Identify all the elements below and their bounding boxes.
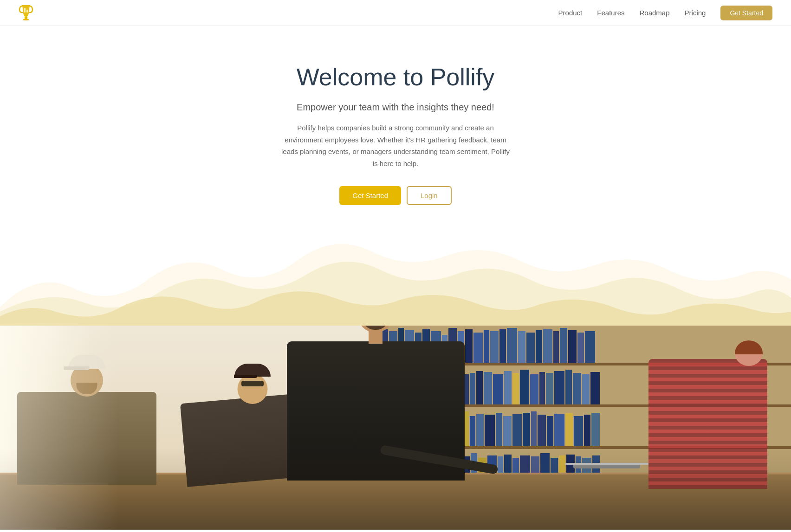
light-overlay: [0, 326, 119, 530]
svg-rect-3: [26, 10, 28, 13]
nav-features[interactable]: Features: [597, 9, 624, 17]
hero-title: Welcome to Pollify: [9, 63, 782, 91]
wave-decoration: [0, 233, 791, 326]
nav-get-started-button[interactable]: Get Started: [720, 6, 772, 20]
hero-login-button[interactable]: Login: [407, 186, 452, 205]
wave-svg: [0, 233, 791, 326]
nav-links: Product Features Roadmap Pricing Get Sta…: [558, 6, 772, 20]
team-photo: [0, 326, 791, 530]
svg-rect-1: [23, 19, 29, 20]
logo[interactable]: [19, 4, 33, 22]
hero-get-started-button[interactable]: Get Started: [339, 186, 401, 205]
nav-roadmap[interactable]: Roadmap: [640, 9, 670, 17]
nav-pricing[interactable]: Pricing: [685, 9, 706, 17]
hero-buttons: Get Started Login: [9, 186, 782, 205]
hero-section: Welcome to Pollify Empower your team wit…: [0, 26, 791, 205]
svg-rect-2: [24, 8, 26, 13]
navbar: Product Features Roadmap Pricing Get Sta…: [0, 0, 791, 26]
hero-subtitle: Empower your team with the insights they…: [9, 102, 782, 113]
team-photo-section: [0, 326, 791, 530]
logo-icon: [19, 4, 33, 22]
nav-product[interactable]: Product: [558, 9, 583, 17]
hero-description: Pollify helps companies build a strong c…: [279, 122, 512, 169]
svg-rect-0: [25, 17, 27, 19]
photo-overlay: [0, 326, 791, 530]
